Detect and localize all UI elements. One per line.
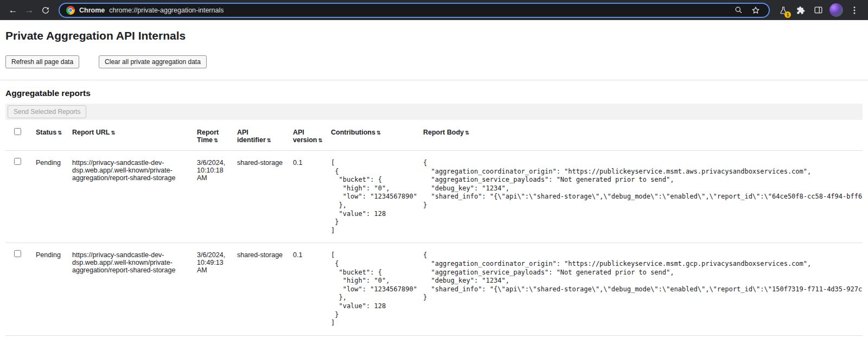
report-time-cell: 3/6/2024, 10:49:13 AM <box>197 243 237 335</box>
side-panel-icon[interactable] <box>810 3 826 18</box>
status-cell: Pending <box>36 243 72 335</box>
sort-icon: ⇅ <box>376 130 381 136</box>
api-identifier-cell: shared-storage <box>237 151 293 243</box>
report-url-cell: https://privacy-sandcastle-dev-dsp.web.a… <box>72 243 197 335</box>
site-label: Chrome <box>79 7 105 14</box>
col-header-api-version[interactable]: API version⇅ <box>293 123 331 151</box>
row-checkbox[interactable] <box>14 158 21 165</box>
sort-icon: ⇅ <box>111 130 115 136</box>
sort-icon: ⇅ <box>267 137 271 143</box>
sort-icon: ⇅ <box>465 130 469 136</box>
report-body-json: { "aggregation_coordinator_origin": "htt… <box>423 159 854 210</box>
row-checkbox[interactable] <box>14 250 21 257</box>
reports-action-bar: Send Selected Reports <box>5 104 863 120</box>
chrome-logo-icon <box>66 6 75 15</box>
api-version-cell: 0.1 <box>293 151 331 243</box>
labs-badge: 1 <box>784 11 791 18</box>
reload-button[interactable] <box>38 3 53 18</box>
sort-icon: ⇅ <box>214 137 218 143</box>
col-header-report-body[interactable]: Report Body⇅ <box>423 123 863 151</box>
extensions-icon[interactable] <box>793 3 809 18</box>
api-identifier-cell: shared-storage <box>237 243 293 335</box>
menu-icon[interactable]: ⋮ <box>846 3 863 18</box>
clear-all-button[interactable]: Clear all private aggregation data <box>99 55 207 68</box>
zoom-icon[interactable] <box>732 4 745 17</box>
table-row: Pending https://privacy-sandcastle-dev-d… <box>5 151 863 243</box>
contributions-json: [ { "bucket": { "high": "0", "low": "123… <box>331 159 414 235</box>
col-header-status[interactable]: Status⇅ <box>36 123 72 151</box>
report-body-json: { "aggregation_coordinator_origin": "htt… <box>423 251 854 302</box>
col-header-contributions[interactable]: Contributions⇅ <box>331 123 423 151</box>
url-text: chrome://private-aggregation-internals <box>109 7 224 14</box>
col-header-report-time[interactable]: Report Time⇅ <box>197 123 237 151</box>
labs-icon[interactable]: 1 <box>775 3 792 18</box>
section-title: Aggregatable reports <box>5 88 863 98</box>
bookmark-star-icon[interactable] <box>749 4 762 17</box>
sort-icon: ⇅ <box>318 137 322 143</box>
contributions-json: [ { "bucket": { "high": "0", "low": "123… <box>331 251 414 327</box>
aggregatable-reports-table: Status⇅ Report URL⇅ Report Time⇅ API ide… <box>5 123 863 336</box>
col-header-report-url[interactable]: Report URL⇅ <box>72 123 197 151</box>
divider <box>0 80 868 80</box>
api-version-cell: 0.1 <box>293 243 331 335</box>
report-url-cell: https://privacy-sandcastle-dev-dsp.web.a… <box>72 151 197 243</box>
table-row: Pending https://privacy-sandcastle-dev-d… <box>5 243 863 335</box>
profile-avatar[interactable] <box>829 3 843 17</box>
send-selected-reports-button[interactable]: Send Selected Reports <box>8 105 86 118</box>
browser-toolbar: ← → Chrome chrome://private-aggregation-… <box>0 0 868 20</box>
status-cell: Pending <box>36 151 72 243</box>
col-header-api-identifier[interactable]: API identifier⇅ <box>237 123 293 151</box>
select-all-checkbox[interactable] <box>14 128 21 135</box>
sort-icon: ⇅ <box>58 130 62 136</box>
page-title: Private Aggregation API Internals <box>5 29 863 42</box>
reload-icon <box>41 6 50 15</box>
forward-button[interactable]: → <box>22 3 37 18</box>
page-content: Private Aggregation API Internals Refres… <box>0 29 868 336</box>
address-bar[interactable]: Chrome chrome://private-aggregation-inte… <box>59 3 770 18</box>
back-button[interactable]: ← <box>5 3 21 18</box>
report-time-cell: 3/6/2024, 10:10:18 AM <box>197 151 237 243</box>
table-header-row: Status⇅ Report URL⇅ Report Time⇅ API ide… <box>5 123 863 151</box>
refresh-all-button[interactable]: Refresh all page data <box>5 55 79 68</box>
